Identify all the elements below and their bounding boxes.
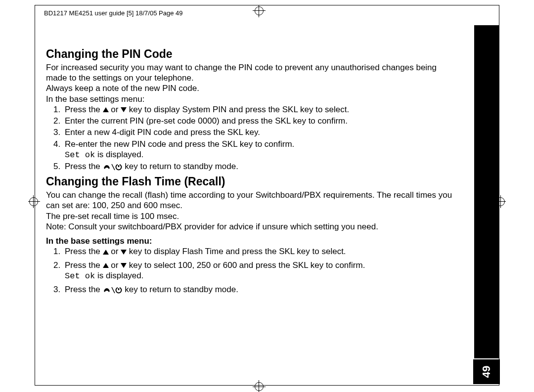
crop-mark <box>255 382 264 391</box>
down-arrow-icon <box>121 250 127 255</box>
display-text: Set ok <box>65 150 95 160</box>
paragraph: For increased security you may want to c… <box>46 62 459 84</box>
text: Press the <box>65 261 103 270</box>
text: key to display System PIN and press the … <box>127 105 349 114</box>
paragraph: In the base settings menu: <box>46 94 459 104</box>
text: key to display Flash Time and press the … <box>127 247 346 256</box>
paragraph: The pre-set recall time is 100 msec. <box>46 211 459 221</box>
text: or <box>109 261 121 270</box>
list-item: Press the or key to display Flash Time a… <box>63 246 459 257</box>
end-power-icon <box>103 286 123 294</box>
up-arrow-icon <box>103 250 109 255</box>
steps-list: Press the or key to display Flash Time a… <box>46 246 459 295</box>
list-item: Enter a new 4-digit PIN code and press t… <box>63 127 459 137</box>
page-content: Changing the PIN Code For increased secu… <box>46 44 459 296</box>
text: Press the <box>65 162 103 171</box>
steps-list: Press the or key to display System PIN a… <box>46 104 459 172</box>
list-item: Press the key to return to standby mode. <box>63 161 459 172</box>
up-arrow-icon <box>103 263 109 268</box>
crop-mark <box>255 6 264 15</box>
text: or <box>109 247 121 256</box>
display-text: Set ok <box>65 271 95 281</box>
list-item: Press the key to return to standby mode. <box>63 284 459 295</box>
print-header: BD1217 ME4251 user guide [5] 18/7/05 Pag… <box>44 9 182 17</box>
sub-heading: In the base settings menu: <box>46 236 459 246</box>
svg-rect-3 <box>118 164 120 165</box>
text: is displayed. <box>95 150 143 159</box>
section-tab: Using the Menu <box>474 25 499 358</box>
text: is displayed. <box>95 271 143 280</box>
text: key to return to standby mode. <box>123 285 238 294</box>
up-arrow-icon <box>103 107 109 112</box>
crop-mark <box>29 197 38 206</box>
down-arrow-icon <box>121 263 127 268</box>
text: key to select 100, 250 or 600 and press … <box>127 261 365 270</box>
list-item: Enter the current PIN (pre-set code 0000… <box>63 116 459 126</box>
down-arrow-icon <box>121 107 127 112</box>
paragraph: Always keep a note of the new PIN code. <box>46 83 459 93</box>
end-power-icon <box>103 163 123 171</box>
page-frame: BD1217 ME4251 user guide [5] 18/7/05 Pag… <box>35 5 499 386</box>
heading-pin: Changing the PIN Code <box>46 47 459 61</box>
list-item: Re-enter the new PIN code and press the … <box>63 139 459 161</box>
text: or <box>109 105 121 114</box>
paragraph: You can change the recall (flash) time a… <box>46 190 459 211</box>
text: Press the <box>65 105 103 114</box>
svg-rect-7 <box>118 287 120 288</box>
page-number: 49 <box>473 359 500 384</box>
svg-line-0 <box>112 164 115 170</box>
svg-line-4 <box>112 287 115 293</box>
text: key to return to standby mode. <box>123 162 238 171</box>
list-item: Press the or key to select 100, 250 or 6… <box>63 260 459 282</box>
paragraph: Note: Consult your switchboard/PBX provi… <box>46 221 459 232</box>
text: Press the <box>65 285 103 294</box>
text: Press the <box>65 247 103 256</box>
list-item: Press the or key to display System PIN a… <box>63 104 459 115</box>
heading-flash: Changing the Flash Time (Recall) <box>46 174 459 189</box>
text: Re-enter the new PIN code and press the … <box>65 139 294 149</box>
